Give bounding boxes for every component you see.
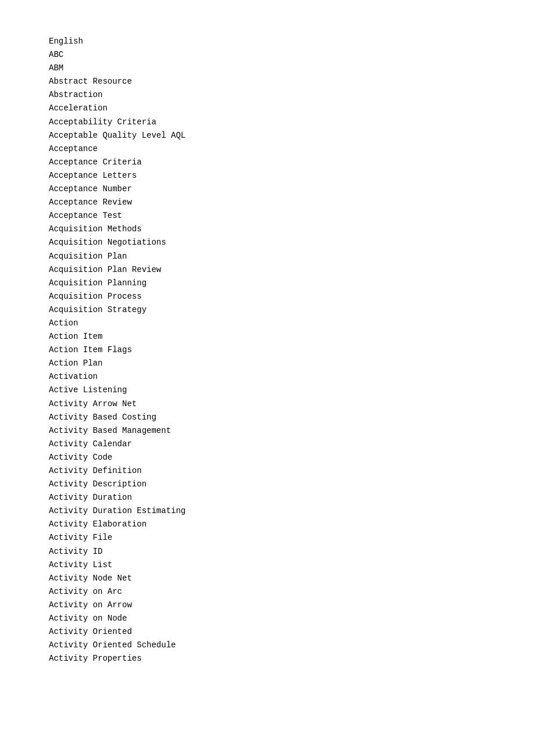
- list-item[interactable]: Acquisition Plan: [49, 250, 486, 263]
- list-item[interactable]: Activity Duration: [49, 491, 486, 504]
- list-item[interactable]: Acceptance Review: [49, 196, 486, 209]
- list-item[interactable]: Activity Oriented Schedule: [49, 639, 486, 652]
- list-item[interactable]: Activity Elaboration: [49, 518, 486, 531]
- list-item[interactable]: Acquisition Plan Review: [49, 263, 486, 277]
- list-item[interactable]: Activity on Node: [49, 612, 486, 625]
- list-item[interactable]: Activity on Arc: [49, 585, 486, 599]
- list-item[interactable]: Acceleration: [49, 102, 486, 115]
- list-item[interactable]: Activity on Arrow: [49, 599, 486, 612]
- list-item[interactable]: Acceptability Criteria: [49, 116, 486, 129]
- list-item[interactable]: Acceptable Quality Level AQL: [49, 129, 486, 142]
- list-item[interactable]: Activity File: [49, 531, 486, 544]
- list-item[interactable]: Activation: [49, 370, 486, 384]
- list-item[interactable]: Activity Based Management: [49, 424, 486, 438]
- list-item[interactable]: Acquisition Planning: [49, 277, 486, 290]
- list-item[interactable]: Action: [49, 317, 486, 330]
- list-item[interactable]: Activity Arrow Net: [49, 397, 486, 411]
- list-item[interactable]: Acceptance Letters: [49, 169, 486, 182]
- list-item[interactable]: Action Plan: [49, 357, 486, 370]
- list-item[interactable]: Acceptance Test: [49, 209, 486, 223]
- list-item[interactable]: ABM: [49, 62, 486, 75]
- list-item[interactable]: Activity Oriented: [49, 625, 486, 639]
- list-item[interactable]: Activity Definition: [49, 464, 486, 478]
- list-item[interactable]: Activity Calendar: [49, 438, 486, 451]
- list-item[interactable]: English: [49, 35, 486, 48]
- list-item[interactable]: Activity Based Costing: [49, 411, 486, 424]
- list-item[interactable]: Action Item Flags: [49, 343, 486, 357]
- list-item[interactable]: ABC: [49, 48, 486, 62]
- list-item[interactable]: Activity Code: [49, 451, 486, 464]
- list-item[interactable]: Acceptance Criteria: [49, 156, 486, 169]
- list-item[interactable]: Action Item: [49, 330, 486, 343]
- list-item[interactable]: Acquisition Negotiations: [49, 236, 486, 249]
- list-item[interactable]: Acquisition Strategy: [49, 303, 486, 317]
- list-item[interactable]: Acquisition Process: [49, 290, 486, 303]
- glossary-list: EnglishABCABMAbstract ResourceAbstractio…: [49, 35, 486, 665]
- list-item[interactable]: Acceptance: [49, 142, 486, 156]
- list-item[interactable]: Acquisition Methods: [49, 223, 486, 236]
- list-item[interactable]: Activity List: [49, 558, 486, 572]
- list-item[interactable]: Activity Node Net: [49, 572, 486, 585]
- list-item[interactable]: Abstract Resource: [49, 75, 486, 88]
- list-item[interactable]: Acceptance Number: [49, 182, 486, 196]
- list-item[interactable]: Activity Description: [49, 478, 486, 491]
- list-item[interactable]: Active Listening: [49, 384, 486, 397]
- list-item[interactable]: Activity ID: [49, 545, 486, 558]
- list-item[interactable]: Abstraction: [49, 88, 486, 102]
- list-item[interactable]: Activity Properties: [49, 652, 486, 665]
- list-item[interactable]: Activity Duration Estimating: [49, 504, 486, 518]
